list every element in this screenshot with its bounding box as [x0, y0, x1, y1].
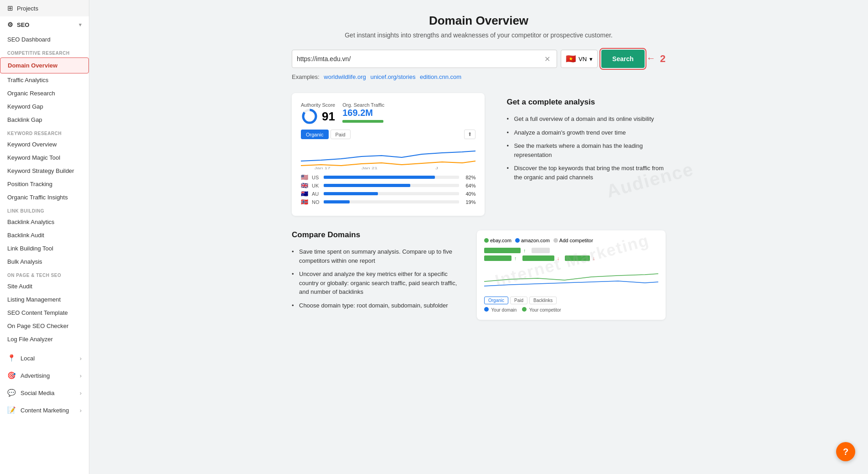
social-media-label: Social Media — [21, 390, 54, 396]
clear-button[interactable]: ✕ — [542, 55, 552, 63]
page-title: Domain Overview — [292, 14, 666, 28]
advertising-icon: 🎯 — [7, 371, 16, 380]
sidebar-item-content-marketing[interactable]: 📝 Content Marketing › — [0, 401, 89, 419]
sidebar-item-organic-research[interactable]: Organic Research — [0, 87, 89, 100]
organic-research-label: Organic Research — [7, 90, 55, 97]
svg-text:Jan 21: Jan 21 — [362, 166, 378, 170]
compare-tab-paid[interactable]: Paid — [510, 297, 527, 304]
keyword-overview-label: Keyword Overview — [7, 141, 57, 148]
country-name: NO — [312, 199, 321, 205]
country-name: AU — [312, 191, 321, 197]
advertising-chevron-icon: › — [80, 372, 82, 379]
tab-paid[interactable]: Paid — [331, 130, 351, 139]
compare-tab-backlinks[interactable]: Backlinks — [529, 297, 557, 304]
main-content-wrap: Domain Overview Get instant insights int… — [89, 0, 868, 474]
country-flag-icon: 🇳🇴 — [301, 198, 309, 205]
analysis-title: Get a complete analysis — [506, 98, 666, 107]
sidebar-item-keyword-strategy-builder[interactable]: Keyword Strategy Builder — [0, 164, 89, 177]
sidebar-item-organic-traffic-insights[interactable]: Organic Traffic Insights — [0, 191, 89, 204]
legend-label: Add competitor — [559, 238, 593, 243]
sidebar-item-backlink-gap[interactable]: Backlink Gap — [0, 113, 89, 126]
compare-legend-bottom: Your domain Your competitor — [484, 307, 658, 313]
competitive-research-label: COMPETITIVE RESEARCH — [0, 46, 89, 57]
sidebar-item-log-file-analyzer[interactable]: Log File Analyzer — [0, 333, 89, 346]
arrow-up-2: ↑ — [514, 255, 517, 261]
compare-title: Compare Domains — [292, 230, 466, 240]
org-traffic-value: 169.2M — [342, 108, 384, 118]
sidebar-item-keyword-gap[interactable]: Keyword Gap — [0, 100, 89, 113]
seo-content-template-label: SEO Content Template — [7, 309, 68, 316]
country-flag-icon: 🇬🇧 — [301, 182, 309, 189]
sidebar-item-keyword-overview[interactable]: Keyword Overview — [0, 138, 89, 151]
search-button[interactable]: Search — [601, 50, 645, 68]
bar-bg — [324, 192, 459, 195]
sidebar-item-site-audit[interactable]: Site Audit — [0, 280, 89, 293]
bar-bg — [324, 176, 459, 179]
sidebar-item-listing-management[interactable]: Listing Management — [0, 293, 89, 306]
export-button[interactable]: ⬆ — [464, 130, 475, 139]
bar-fill — [324, 192, 378, 195]
help-button[interactable]: ? — [836, 442, 855, 461]
sidebar-item-social-media[interactable]: 💬 Social Media › — [0, 384, 89, 401]
sidebar-item-advertising[interactable]: 🎯 Advertising › — [0, 367, 89, 384]
sidebar-item-position-tracking[interactable]: Position Tracking — [0, 177, 89, 191]
examples-label: Examples: — [292, 73, 320, 80]
sidebar-item-seo-dashboard[interactable]: SEO Dashboard — [0, 33, 89, 46]
compare-bar-row-1: ↑ — [484, 248, 658, 253]
country-bar-row: 🇦🇺 AU 40% — [301, 190, 475, 197]
country-flag-icon: 🇦🇺 — [301, 190, 309, 197]
sidebar-item-backlink-analytics[interactable]: Backlink Analytics — [0, 215, 89, 229]
arrow-up-1: ↑ — [523, 248, 526, 253]
main-panel: Domain Overview Get instant insights int… — [89, 0, 868, 338]
sidebar-item-keyword-magic-tool[interactable]: Keyword Magic Tool — [0, 151, 89, 164]
bar-bg — [324, 200, 459, 203]
sidebar-item-domain-overview[interactable]: Domain Overview — [0, 57, 89, 73]
bar-pct: 40% — [462, 191, 475, 197]
compare-tab-organic[interactable]: Organic — [484, 297, 508, 304]
tabs-row: Organic Paid ⬆ — [301, 130, 475, 139]
legend-dot — [553, 238, 558, 243]
sidebar-item-seo-content-template[interactable]: SEO Content Template — [0, 306, 89, 319]
sidebar-item-on-page-seo-checker[interactable]: On Page SEO Checker — [0, 319, 89, 333]
authority-score-label: Authority Score — [301, 102, 335, 108]
examples-row: Examples: worldwildlife.org unicef.org/s… — [292, 73, 666, 80]
number-2-annotation: 2 — [660, 53, 666, 65]
country-flag-icon: 🇺🇸 — [301, 174, 309, 181]
keyword-magic-tool-label: Keyword Magic Tool — [7, 154, 60, 161]
keyword-strategy-builder-label: Keyword Strategy Builder — [7, 167, 74, 174]
sidebar-item-backlink-audit[interactable]: Backlink Audit — [0, 229, 89, 242]
bar-fill — [324, 200, 350, 203]
compare-bullet: Uncover and analyze the key metrics eith… — [292, 267, 466, 299]
sidebar-item-projects[interactable]: ⊞ Projects — [0, 0, 89, 16]
search-bar-row: ✕ 🇻🇳 VN ▾ Search ← 2 — [292, 50, 666, 68]
tab-organic[interactable]: Organic — [301, 130, 329, 139]
arrow-down-1: ↓ — [557, 255, 560, 261]
example-link-1[interactable]: worldwildlife.org — [324, 73, 366, 80]
keyword-research-label: KEYWORD RESEARCH — [0, 126, 89, 138]
compare-chart-bars: ↑ ↑ ↓ ↓ — [484, 248, 658, 261]
sidebar-item-link-building-tool[interactable]: Link Building Tool — [0, 242, 89, 255]
country-select[interactable]: 🇻🇳 VN ▾ — [561, 50, 598, 68]
country-bar-row: 🇺🇸 US 82% — [301, 174, 475, 181]
content-marketing-label: Content Marketing — [21, 407, 69, 414]
search-input[interactable] — [297, 55, 542, 63]
country-bar-row: 🇳🇴 NO 19% — [301, 198, 475, 205]
compare-line-chart — [484, 266, 658, 293]
sidebar-item-local[interactable]: 📍 Local › — [0, 349, 89, 367]
sidebar-item-traffic-analytics[interactable]: Traffic Analytics — [0, 73, 89, 87]
content-marketing-icon: 📝 — [7, 406, 16, 414]
seo-icon: ⚙ — [7, 21, 13, 28]
seo-dashboard-label: SEO Dashboard — [7, 36, 51, 43]
example-link-3[interactable]: edition.cnn.com — [420, 73, 461, 80]
listing-management-label: Listing Management — [7, 296, 61, 303]
advertising-label: Advertising — [21, 372, 50, 379]
sidebar-item-bulk-analysis[interactable]: Bulk Analysis — [0, 255, 89, 268]
compare-legend: ebay.comamazon.comAdd competitor — [484, 238, 658, 243]
sidebar-item-seo[interactable]: ⚙ SEO ▾ — [0, 16, 89, 33]
example-link-2[interactable]: unicef.org/stories — [370, 73, 415, 80]
seo-label: SEO — [17, 21, 29, 28]
search-input-wrap[interactable]: ✕ — [292, 50, 557, 68]
compare-legend-item: amazon.com — [515, 238, 550, 243]
org-traffic-box: Org. Search Traffic 169.2M — [342, 102, 384, 125]
keyword-gap-label: Keyword Gap — [7, 103, 43, 110]
